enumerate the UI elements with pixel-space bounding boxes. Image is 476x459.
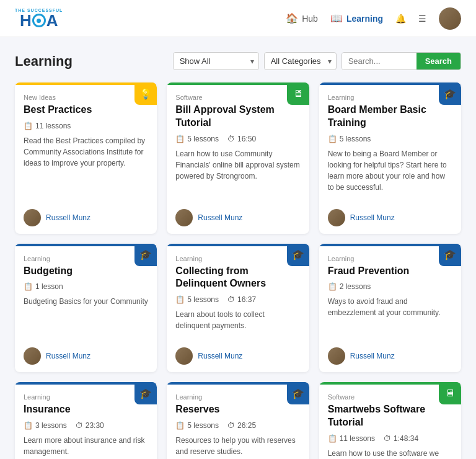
- card-badge: 🖥: [287, 82, 309, 105]
- lessons-count: 11 lessons: [340, 434, 375, 443]
- show-filter[interactable]: Show All Show Completed Show In Progress…: [173, 52, 259, 70]
- lessons-icon: 📋: [328, 282, 337, 291]
- lessons-meta: 📋 1 lesson: [24, 282, 63, 291]
- logo-h: H: [20, 12, 32, 29]
- card-description: Learn how to use the software we use at …: [328, 448, 452, 459]
- card-insurance[interactable]: 🎓 Learning Insurance 📋 3 lessons ⏱ 23:30…: [15, 382, 157, 459]
- card-title: Budgeting: [24, 265, 148, 278]
- duration-meta: ⏱ 16:50: [227, 135, 256, 143]
- search-button[interactable]: Search: [416, 53, 461, 69]
- author-avatar: [328, 209, 345, 226]
- card-grid: 💡 New Ideas Best Practices 📋 11 lessons …: [15, 82, 461, 459]
- lessons-count: 5 lessons: [187, 421, 219, 430]
- page-header: Learning Show All Show Completed Show In…: [15, 52, 461, 70]
- card-budgeting[interactable]: 🎓 Learning Budgeting 📋 1 lesson Budgetin…: [15, 244, 157, 373]
- home-icon: 🏠: [286, 12, 298, 24]
- lessons-count: 11 lessons: [35, 122, 71, 130]
- card-badge: 🎓: [287, 244, 309, 266]
- card-fraud-prevention[interactable]: 🎓 Learning Fraud Prevention 📋 2 lessons …: [319, 244, 461, 373]
- clock-icon: ⏱: [227, 295, 235, 304]
- book-icon: 📖: [330, 12, 343, 24]
- card-meta: 📋 11 lessons: [24, 122, 148, 130]
- card-author: Russell Munz: [15, 344, 157, 372]
- clock-icon: ⏱: [76, 421, 83, 430]
- lessons-icon: 📋: [24, 122, 33, 130]
- card-category: Learning: [328, 255, 452, 262]
- lessons-meta: 📋 2 lessons: [328, 282, 371, 291]
- card-badge: 🎓: [134, 382, 157, 404]
- card-meta: 📋 5 lessons: [328, 135, 452, 143]
- author-name: Russell Munz: [198, 352, 242, 360]
- card-badge: 🎓: [439, 82, 461, 105]
- card-title: Reserves: [175, 403, 300, 416]
- nav-learning[interactable]: 📖 Learning: [330, 12, 383, 24]
- card-badge: 🎓: [287, 382, 309, 404]
- card-reserves[interactable]: 🎓 Learning Reserves 📋 5 lessons ⏱ 26:25 …: [167, 382, 309, 459]
- notification-icon[interactable]: 🔔: [395, 14, 406, 24]
- clock-icon: ⏱: [227, 135, 235, 143]
- lessons-count: 2 lessons: [340, 282, 371, 291]
- header-nav: 🏠 Hub 📖 Learning 🔔 ☰: [286, 7, 461, 30]
- nav-hub[interactable]: 🏠 Hub: [286, 12, 318, 24]
- lessons-icon: 📋: [328, 135, 337, 143]
- card-description: Read the Best Practices compiled by Comm…: [24, 135, 148, 169]
- card-category: New Ideas: [24, 94, 148, 101]
- user-avatar[interactable]: [439, 7, 461, 30]
- card-description: Learn more about insurance and risk mana…: [24, 435, 148, 457]
- clock-icon: ⏱: [384, 434, 391, 443]
- lessons-icon: 📋: [328, 434, 337, 443]
- duration-meta: ⏱ 23:30: [76, 421, 104, 430]
- author-avatar: [24, 209, 41, 226]
- lessons-count: 3 lessons: [35, 421, 67, 430]
- duration-value: 26:25: [237, 421, 256, 430]
- author-name: Russell Munz: [350, 352, 395, 360]
- card-meta: 📋 11 lessons ⏱ 1:48:34: [328, 434, 452, 443]
- card-author: Russell Munz: [167, 205, 309, 234]
- lessons-icon: 📋: [24, 282, 33, 291]
- author-avatar: [328, 347, 345, 365]
- author-name: Russell Munz: [46, 213, 90, 222]
- search-input[interactable]: [342, 53, 416, 69]
- card-category: Software: [328, 393, 452, 401]
- page: Learning Show All Show Completed Show In…: [0, 37, 476, 459]
- duration-value: 16:50: [237, 135, 256, 143]
- duration-value: 1:48:34: [394, 434, 418, 443]
- header: THE SUCCESSFUL H A 🏠 Hub 📖 Learning 🔔 ☰: [0, 0, 476, 37]
- avatar-image: [439, 7, 461, 30]
- clock-icon: ⏱: [227, 421, 235, 430]
- card-smartwebs[interactable]: 🖥 Software Smartwebs Software Tutorial 📋…: [319, 382, 461, 459]
- show-filter-wrap: Show All Show Completed Show In Progress…: [173, 52, 259, 70]
- card-badge: 🎓: [134, 244, 157, 266]
- author-name: Russell Munz: [198, 213, 242, 222]
- filter-bar: Show All Show Completed Show In Progress…: [173, 52, 461, 70]
- card-category: Learning: [175, 393, 300, 401]
- lessons-icon: 📋: [175, 295, 185, 304]
- card-badge: 🎓: [439, 244, 461, 266]
- lessons-meta: 📋 5 lessons: [175, 295, 219, 304]
- card-board-member[interactable]: 🎓 Learning Board Member Basic Training 📋…: [319, 82, 461, 234]
- duration-meta: ⏱ 16:37: [227, 295, 256, 304]
- card-meta: 📋 1 lesson: [24, 282, 148, 291]
- card-description: Learn about tools to collect delinquent …: [175, 309, 300, 331]
- duration-meta: ⏱ 1:48:34: [384, 434, 418, 443]
- author-name: Russell Munz: [350, 213, 395, 222]
- lessons-icon: 📋: [24, 421, 33, 430]
- page-title: Learning: [15, 53, 165, 69]
- card-meta: 📋 5 lessons ⏱ 16:37: [175, 295, 300, 304]
- nav-learning-label: Learning: [346, 14, 383, 24]
- card-bill-approval[interactable]: 🖥 Software Bill Approval System Tutorial…: [167, 82, 309, 234]
- card-best-practices[interactable]: 💡 New Ideas Best Practices 📋 11 lessons …: [15, 82, 157, 234]
- card-collecting-delinquent[interactable]: 🎓 Learning Collecting from Delinquent Ow…: [167, 244, 309, 373]
- search-box: Search: [342, 52, 461, 70]
- author-avatar: [175, 347, 193, 365]
- lessons-icon: 📋: [175, 135, 185, 143]
- logo: THE SUCCESSFUL H A: [15, 8, 63, 29]
- category-filter[interactable]: All Categories Learning Software New Ide…: [264, 52, 337, 70]
- duration-value: 23:30: [86, 421, 104, 430]
- card-badge: 🖥: [439, 382, 461, 404]
- lessons-count: 5 lessons: [187, 135, 219, 143]
- card-author: Russell Munz: [15, 205, 157, 234]
- menu-icon[interactable]: ☰: [418, 14, 426, 24]
- card-category: Learning: [328, 94, 452, 101]
- lessons-icon: 📋: [175, 421, 185, 430]
